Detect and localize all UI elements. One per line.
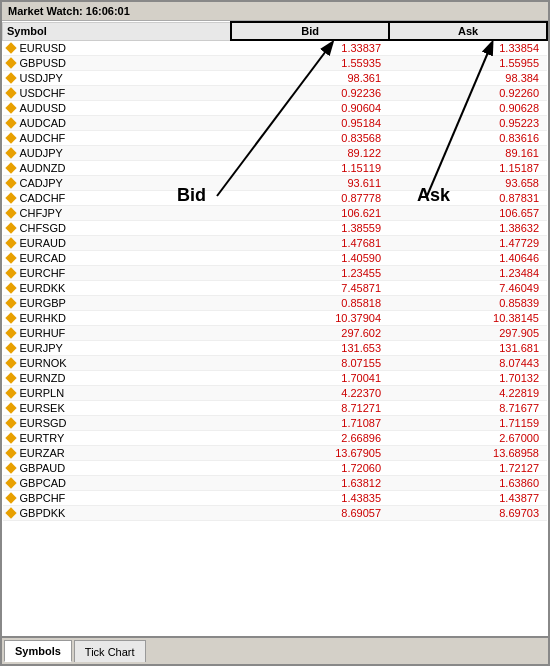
- table-row[interactable]: GBPDKK8.690578.69703: [3, 506, 548, 521]
- table-row[interactable]: USDJPY98.36198.384: [3, 71, 548, 86]
- symbol-cell: EURAUD: [3, 236, 232, 250]
- table-row[interactable]: EURHUF297.602297.905: [3, 326, 548, 341]
- table-row[interactable]: CHFJPY106.621106.657: [3, 206, 548, 221]
- ask-value: 1.71159: [389, 416, 547, 431]
- symbol-name: EURCHF: [20, 267, 66, 279]
- symbol-icon: [5, 387, 16, 398]
- table-row[interactable]: EURJPY131.653131.681: [3, 341, 548, 356]
- ask-value: 1.23484: [389, 266, 547, 281]
- table-row[interactable]: EURTRY2.668962.67000: [3, 431, 548, 446]
- table-row[interactable]: CADCHF0.877780.87831: [3, 191, 548, 206]
- bid-value: 98.361: [231, 71, 389, 86]
- ask-value: 1.43877: [389, 491, 547, 506]
- table-row[interactable]: EURHKD10.3790410.38145: [3, 311, 548, 326]
- ask-value: 7.46049: [389, 281, 547, 296]
- symbol-icon: [5, 432, 16, 443]
- symbol-cell: EURPLN: [3, 386, 232, 400]
- bid-value: 0.85818: [231, 296, 389, 311]
- table-row[interactable]: EURNOK8.071558.07443: [3, 356, 548, 371]
- table-row[interactable]: GBPUSD1.559351.55955: [3, 56, 548, 71]
- bid-value: 0.95184: [231, 116, 389, 131]
- symbol-cell: USDJPY: [3, 71, 232, 85]
- bid-value: 89.122: [231, 146, 389, 161]
- symbol-name: GBPCAD: [20, 477, 66, 489]
- symbol-icon: [5, 312, 16, 323]
- symbol-icon: [5, 237, 16, 248]
- symbol-name: CADJPY: [20, 177, 63, 189]
- table-row[interactable]: AUDJPY89.12289.161: [3, 146, 548, 161]
- symbol-name: EURHUF: [20, 327, 66, 339]
- tab-tick-chart[interactable]: Tick Chart: [74, 640, 146, 662]
- bid-value: 0.83568: [231, 131, 389, 146]
- table-row[interactable]: EURCAD1.405901.40646: [3, 251, 548, 266]
- ask-value: 4.22819: [389, 386, 547, 401]
- table-row[interactable]: EURAUD1.476811.47729: [3, 236, 548, 251]
- symbol-icon: [5, 87, 16, 98]
- bid-value: 0.92236: [231, 86, 389, 101]
- bid-value: 93.611: [231, 176, 389, 191]
- symbol-name: EURCAD: [20, 252, 66, 264]
- bid-value: 1.43835: [231, 491, 389, 506]
- bid-value: 0.90604: [231, 101, 389, 116]
- bid-value: 297.602: [231, 326, 389, 341]
- table-row[interactable]: EURGBP0.858180.85839: [3, 296, 548, 311]
- symbol-cell: CHFJPY: [3, 206, 232, 220]
- symbol-name: EURSEK: [20, 402, 65, 414]
- bid-value: 131.653: [231, 341, 389, 356]
- symbol-cell: CHFSGD: [3, 221, 232, 235]
- symbol-icon: [5, 372, 16, 383]
- bid-value: 1.38559: [231, 221, 389, 236]
- table-row[interactable]: EURSGD1.710871.71159: [3, 416, 548, 431]
- table-row[interactable]: AUDUSD0.906040.90628: [3, 101, 548, 116]
- symbol-cell: USDCHF: [3, 86, 232, 100]
- bid-value: 1.33837: [231, 40, 389, 56]
- symbol-cell: EURNOK: [3, 356, 232, 370]
- table-row[interactable]: EURDKK7.458717.46049: [3, 281, 548, 296]
- table-row[interactable]: USDCHF0.922360.92260: [3, 86, 548, 101]
- symbol-icon: [5, 357, 16, 368]
- symbol-icon: [5, 282, 16, 293]
- ask-value: 1.72127: [389, 461, 547, 476]
- title-bar: Market Watch: 16:06:01: [2, 2, 548, 21]
- window-title: Market Watch: 16:06:01: [8, 5, 130, 17]
- symbol-icon: [5, 327, 16, 338]
- symbol-icon: [5, 462, 16, 473]
- table-row[interactable]: AUDCHF0.835680.83616: [3, 131, 548, 146]
- symbol-cell: CADCHF: [3, 191, 232, 205]
- ask-value: 1.38632: [389, 221, 547, 236]
- tab-symbols[interactable]: Symbols: [4, 640, 72, 662]
- symbol-cell: EURDKK: [3, 281, 232, 295]
- table-row[interactable]: CADJPY93.61193.658: [3, 176, 548, 191]
- ask-value: 8.69703: [389, 506, 547, 521]
- bid-value: 1.23455: [231, 266, 389, 281]
- table-row[interactable]: EURCHF1.234551.23484: [3, 266, 548, 281]
- table-row[interactable]: CHFSGD1.385591.38632: [3, 221, 548, 236]
- symbol-name: GBPAUD: [20, 462, 66, 474]
- table-row[interactable]: GBPCAD1.638121.63860: [3, 476, 548, 491]
- ask-value: 0.90628: [389, 101, 547, 116]
- bid-value: 2.66896: [231, 431, 389, 446]
- symbol-icon: [5, 207, 16, 218]
- symbol-icon: [5, 72, 16, 83]
- symbol-name: USDJPY: [20, 72, 63, 84]
- ask-value: 1.55955: [389, 56, 547, 71]
- symbol-icon: [5, 342, 16, 353]
- symbol-name: EURJPY: [20, 342, 63, 354]
- table-row[interactable]: EURNZD1.700411.70132: [3, 371, 548, 386]
- market-watch-window: Market Watch: 16:06:01 Symbol Bid Ask EU…: [0, 0, 550, 666]
- symbol-cell: EURCAD: [3, 251, 232, 265]
- ask-value: 131.681: [389, 341, 547, 356]
- table-row[interactable]: EURZAR13.6790513.68958: [3, 446, 548, 461]
- table-row[interactable]: GBPCHF1.438351.43877: [3, 491, 548, 506]
- bid-value: 10.37904: [231, 311, 389, 326]
- market-table-container[interactable]: Symbol Bid Ask EURUSD1.338371.33854GBPUS…: [2, 21, 548, 521]
- symbol-cell: CADJPY: [3, 176, 232, 190]
- table-row[interactable]: AUDNZD1.151191.15187: [3, 161, 548, 176]
- table-row[interactable]: EURUSD1.338371.33854: [3, 40, 548, 56]
- table-row[interactable]: GBPAUD1.720601.72127: [3, 461, 548, 476]
- ask-value: 1.70132: [389, 371, 547, 386]
- table-row[interactable]: AUDCAD0.951840.95223: [3, 116, 548, 131]
- table-row[interactable]: EURPLN4.223704.22819: [3, 386, 548, 401]
- symbol-name: CHFSGD: [20, 222, 66, 234]
- table-row[interactable]: EURSEK8.712718.71677: [3, 401, 548, 416]
